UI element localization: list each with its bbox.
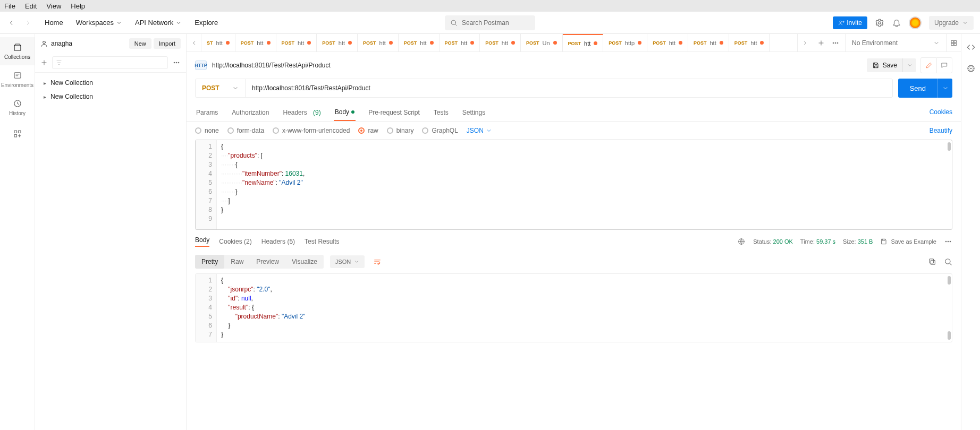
request-tab[interactable]: POSThttp xyxy=(603,34,647,51)
request-tab[interactable]: POSTUn xyxy=(521,34,563,51)
send-dropdown[interactable] xyxy=(937,79,952,98)
notifications-icon[interactable] xyxy=(892,18,901,28)
rail-more[interactable] xyxy=(0,124,35,144)
body-urlencoded[interactable]: x-www-form-urlencoded xyxy=(273,127,350,134)
request-tab[interactable]: POSThtt xyxy=(440,34,480,51)
unsaved-dot-icon xyxy=(594,41,597,45)
globe-icon[interactable] xyxy=(737,237,746,246)
more-icon[interactable] xyxy=(172,58,181,67)
view-pretty[interactable]: Pretty xyxy=(195,255,224,269)
info-icon[interactable] xyxy=(966,64,976,73)
history-icon xyxy=(13,99,22,108)
scrollbar-icon[interactable] xyxy=(948,276,951,285)
request-body-editor[interactable]: 123456789 { ····"products": [ ········{ … xyxy=(195,140,952,230)
body-lang-select[interactable]: JSON xyxy=(467,127,492,134)
request-tab[interactable]: POSThtt xyxy=(480,34,521,51)
collection-item[interactable]: ▸New Collection xyxy=(35,90,186,104)
new-tab-icon[interactable] xyxy=(817,39,825,47)
invite-button[interactable]: Invite xyxy=(833,16,867,29)
nav-home[interactable]: Home xyxy=(45,19,63,27)
svg-rect-6 xyxy=(18,131,21,133)
request-tab[interactable]: POSThtt xyxy=(647,34,688,51)
plus-icon[interactable] xyxy=(40,59,48,66)
save-dropdown[interactable] xyxy=(902,58,916,72)
tabs-scroll-right[interactable] xyxy=(797,34,812,51)
beautify-link[interactable]: Beautify xyxy=(930,127,952,134)
save-example-button[interactable]: Save as Example xyxy=(880,238,936,245)
new-button[interactable]: New xyxy=(129,38,151,49)
request-tab[interactable]: POSThtt xyxy=(729,34,770,51)
body-none[interactable]: none xyxy=(195,127,219,134)
wrap-lines-icon[interactable] xyxy=(370,254,385,269)
nav-explore[interactable]: Explore xyxy=(195,19,218,27)
tab-more-icon[interactable] xyxy=(831,39,840,47)
view-preview[interactable]: Preview xyxy=(250,255,285,269)
edit-icon[interactable] xyxy=(920,57,936,73)
tab-authorization[interactable]: Authorization xyxy=(231,104,270,121)
response-format-select[interactable]: JSON xyxy=(330,255,365,268)
method-select[interactable]: POST xyxy=(196,79,246,97)
sidebar-filter[interactable] xyxy=(52,56,168,69)
send-button[interactable]: Send xyxy=(898,79,937,98)
svg-rect-18 xyxy=(954,43,956,45)
save-button[interactable]: Save xyxy=(867,58,902,72)
body-raw[interactable]: raw xyxy=(358,127,378,134)
resp-tab-body[interactable]: Body xyxy=(195,236,209,247)
global-search[interactable]: Search Postman xyxy=(445,15,535,30)
env-quicklook-icon[interactable] xyxy=(946,34,961,51)
body-form-data[interactable]: form-data xyxy=(227,127,264,134)
tab-prerequest[interactable]: Pre-request Script xyxy=(367,104,421,121)
menu-file[interactable]: File xyxy=(4,2,15,10)
cookies-link[interactable]: Cookies xyxy=(930,104,952,121)
nav-back-icon[interactable] xyxy=(6,18,16,28)
upgrade-button[interactable]: Upgrade xyxy=(929,16,974,30)
url-input[interactable]: http://localhost:8018/Test/RestApi/Produ… xyxy=(246,79,892,97)
settings-icon[interactable] xyxy=(875,18,884,28)
nav-api-network[interactable]: API Network xyxy=(135,19,182,27)
scrollbar-icon[interactable] xyxy=(948,142,951,151)
tabs-scroll-left[interactable] xyxy=(187,34,201,51)
rail-environments[interactable]: Environments xyxy=(0,65,35,93)
nav-workspaces[interactable]: Workspaces xyxy=(76,19,122,27)
copy-icon[interactable] xyxy=(928,257,936,266)
tab-tests[interactable]: Tests xyxy=(433,104,450,121)
more-icon[interactable] xyxy=(944,237,952,246)
request-tab[interactable]: POSThtt xyxy=(563,34,604,51)
body-graphql[interactable]: GraphQL xyxy=(422,127,458,134)
code-icon[interactable] xyxy=(966,42,976,52)
right-rail xyxy=(961,34,980,430)
tab-settings[interactable]: Settings xyxy=(461,104,486,121)
collection-item[interactable]: ▸New Collection xyxy=(35,76,186,90)
search-icon[interactable] xyxy=(944,257,952,266)
nav-forward-icon[interactable] xyxy=(23,18,33,28)
request-tab[interactable]: SThtt xyxy=(201,34,235,51)
tab-headers[interactable]: Headers (9) xyxy=(282,104,322,121)
response-body-editor[interactable]: 1234567 { "jsonrpc": "2.0", "id": null, … xyxy=(195,273,952,342)
comments-icon[interactable] xyxy=(936,57,952,73)
menu-view[interactable]: View xyxy=(46,2,61,10)
menu-edit[interactable]: Edit xyxy=(25,2,37,10)
view-raw[interactable]: Raw xyxy=(224,255,250,269)
request-title[interactable]: http://localhost:8018/Test/RestApi/Produ… xyxy=(212,62,331,69)
tab-body[interactable]: Body xyxy=(334,104,356,121)
user-avatar[interactable] xyxy=(909,16,922,29)
request-tab[interactable]: POSThtt xyxy=(235,34,276,51)
view-visualize[interactable]: Visualize xyxy=(285,255,324,269)
resp-tab-tests[interactable]: Test Results xyxy=(305,238,339,245)
request-tab[interactable]: POSThtt xyxy=(276,34,317,51)
menu-help[interactable]: Help xyxy=(71,2,85,10)
request-tab[interactable]: POSThtt xyxy=(317,34,358,51)
rail-history[interactable]: History xyxy=(0,93,35,122)
workspace-user[interactable]: anagha xyxy=(40,40,72,47)
scrollbar-icon[interactable] xyxy=(948,331,951,340)
resp-tab-cookies[interactable]: Cookies (2) xyxy=(219,238,251,245)
rail-collections[interactable]: Collections xyxy=(0,37,35,65)
body-binary[interactable]: binary xyxy=(387,127,414,134)
request-tab[interactable]: POSThtt xyxy=(688,34,729,51)
import-button[interactable]: Import xyxy=(154,38,181,49)
environment-select[interactable]: No Environment xyxy=(845,34,946,51)
request-tab[interactable]: POSThtt xyxy=(358,34,399,51)
tab-params[interactable]: Params xyxy=(195,104,219,121)
request-tab[interactable]: POSThtt xyxy=(399,34,440,51)
resp-tab-headers[interactable]: Headers (5) xyxy=(261,238,295,245)
